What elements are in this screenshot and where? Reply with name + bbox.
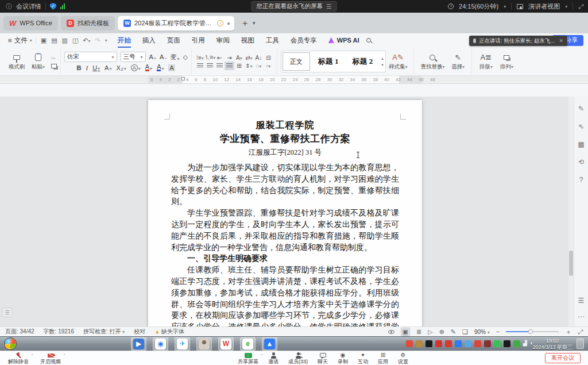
doc-warning-icon[interactable]: ! — [217, 20, 223, 26]
styles-up-icon[interactable]: ▴ — [381, 56, 384, 61]
tab-docer-templates[interactable]: D 找稻壳模板 — [61, 16, 115, 30]
qq-icon[interactable] — [504, 340, 510, 347]
start-button[interactable] — [4, 337, 17, 350]
meeting-control-interact[interactable]: ✦互动 — [358, 352, 368, 364]
styles-down-icon[interactable]: ▾ — [381, 63, 384, 67]
meeting-details-link[interactable]: 会议详情 — [16, 2, 41, 11]
fu-icon[interactable] — [445, 340, 452, 347]
taskbar-clock[interactable]: 19:02 2024/3/13 星期三 — [532, 338, 572, 350]
meeting-control-record[interactable]: ◉录制 — [338, 352, 348, 364]
bold-button[interactable]: B — [77, 64, 82, 71]
network-icon[interactable]: ▟ — [523, 340, 527, 347]
zoom-slider-handle[interactable] — [528, 329, 533, 334]
document-page[interactable]: 服装工程学院 学业预警、重修帮扶工作方案 江服服工字[2022] 31 号 为进… — [148, 100, 422, 326]
typeset-button[interactable]: A≣ 排版▾ — [475, 53, 496, 71]
paste-button[interactable]: 粘贴▾ — [28, 53, 49, 71]
page-indicator[interactable]: 页面: 34/42 — [5, 328, 34, 336]
arrange-button[interactable]: 排列▾ — [496, 53, 517, 71]
menu-tools[interactable]: 工具 — [260, 35, 285, 46]
strikethrough-button[interactable]: A▾ — [105, 64, 111, 71]
doc-paragraph[interactable]: 任课教师、班主任、辅导员要帮助学生树立正确的学习目标端正学习态度，对学生强调并讲… — [171, 264, 399, 326]
proofread-button[interactable]: 校对 — [134, 328, 145, 336]
taskbar-app-lanhu[interactable]: ▲ — [262, 337, 277, 351]
close-icon[interactable]: ✕ — [559, 38, 563, 44]
style-heading2[interactable]: 标题 2 — [346, 51, 380, 72]
undo-icon[interactable]: ↶▾ — [83, 37, 90, 44]
fit-page-icon[interactable]: ❏ — [462, 328, 468, 336]
shading-button[interactable]: ◌▾ — [256, 63, 261, 69]
clear-format-icon[interactable]: ◇ — [183, 53, 187, 61]
meeting-control-apps[interactable]: ⊞应用 — [378, 352, 388, 364]
search-icon[interactable] — [366, 38, 371, 43]
font-name-select[interactable]: 仿宋▾ — [64, 52, 117, 62]
underline-button[interactable]: U▾ — [92, 64, 100, 71]
print-preview-icon[interactable]: ◫ — [72, 37, 78, 44]
meeting-control-chat[interactable]: ⋯聊天 — [318, 352, 328, 364]
menu-member[interactable]: 会员专享 — [285, 35, 323, 46]
print-icon[interactable]: ▥ — [62, 37, 68, 44]
menu-page[interactable]: 页面 — [161, 35, 186, 46]
decrease-indent-button[interactable]: ⇤ — [217, 55, 222, 61]
doc-paragraph[interactable]: 为进一步加强学风建设，切实体现以学生为本的教育思想，发挥学校、家长、学生三方联动… — [171, 162, 399, 208]
camera-icon[interactable] — [416, 340, 423, 347]
browser-e-icon[interactable] — [513, 340, 520, 347]
menu-reference[interactable]: 引用 — [186, 35, 211, 46]
web-view-icon[interactable]: ⊕ — [439, 328, 444, 336]
meeting-duration[interactable]: 24:15(60分钟) — [459, 2, 498, 11]
increase-font-button[interactable]: A+ — [149, 53, 156, 60]
meeting-control-invite[interactable]: 邀请 — [268, 352, 278, 364]
menu-review[interactable]: 审阅 — [211, 35, 235, 46]
word-count[interactable]: 字数: 19216 — [44, 328, 74, 336]
fullscreen-icon[interactable]: ⤢ — [578, 328, 583, 336]
bullet-list-button[interactable]: ⁝≡▾ — [196, 55, 204, 61]
char-shading-button[interactable]: A — [168, 64, 175, 71]
wps-ai-button[interactable]: WPS AI — [328, 37, 359, 44]
taskbar-app-tencent-meeting[interactable]: ◉ — [153, 337, 168, 351]
tab-list-chevron-icon[interactable]: ▾ — [253, 20, 256, 26]
new-tab-button[interactable]: ＋ — [237, 18, 253, 29]
help-icon[interactable]: ? — [579, 176, 583, 184]
find-replace-button[interactable]: 查找替换▾ — [417, 53, 447, 71]
taskbar-app-messenger-bird[interactable]: ✈ — [175, 337, 190, 351]
decrease-font-button[interactable]: A− — [160, 53, 167, 60]
char-scale-button[interactable]: A▾ — [236, 55, 242, 61]
file-menu[interactable]: ≡ 文件 ▾ — [5, 36, 36, 45]
line-spacing-button[interactable]: ⇕▾ — [245, 63, 252, 69]
meeting-control-mic[interactable]: 解除静音⌃ — [8, 352, 29, 364]
indent-marker[interactable] — [181, 77, 185, 80]
tab-close-icon[interactable]: ● — [227, 20, 230, 26]
horizontal-ruler[interactable]: 6422468101214161820222426283032343638404… — [0, 76, 588, 84]
quick-toolbar-button[interactable]: ☰ — [2, 308, 13, 317]
alert-red-icon[interactable] — [474, 340, 481, 347]
cut-icon[interactable]: ✂ — [51, 55, 57, 62]
toolbar-options-icon[interactable]: ▾ — [105, 38, 107, 43]
font-size-select[interactable]: 三号▾ — [121, 52, 146, 62]
chevron-up-icon[interactable]: ⌃ — [63, 353, 66, 359]
font-color-button[interactable]: A▾ — [157, 64, 164, 71]
fullscreen-icon[interactable]: ⤢ — [578, 3, 582, 10]
chevron-up-icon[interactable]: ⌃ — [260, 353, 264, 359]
meeting-control-members[interactable]: 成员(33) — [288, 352, 308, 364]
missing-font-warning[interactable]: ▲ 缺失字体 — [154, 328, 184, 336]
redo-icon[interactable]: ↷ — [95, 37, 100, 44]
green-ball-icon[interactable] — [494, 340, 501, 347]
style-heading1[interactable]: 标题 1 — [311, 51, 346, 72]
align-justify-button[interactable] — [226, 63, 233, 68]
text-direction-button[interactable]: ⇄▾ — [245, 55, 252, 61]
leave-meeting-button[interactable]: 离开会议 — [545, 353, 581, 363]
show-marks-button[interactable]: ⊟ — [266, 55, 270, 61]
meeting-control-share[interactable]: ↑共享屏幕⌃ — [238, 352, 258, 364]
zoom-percent[interactable]: 90% ▾ — [474, 329, 490, 335]
chevron-up-icon[interactable]: ⌃ — [30, 353, 34, 359]
speaking-toast[interactable]: 正在讲话: 熊佳乐家长; 赵永飞... ✕ — [469, 36, 567, 46]
select-button[interactable]: ⇖ 选择▾ — [447, 53, 468, 71]
view-mode-selector[interactable]: 演讲者视图 — [528, 2, 560, 11]
history-icon[interactable]: ⟲ — [578, 158, 584, 166]
menu-view[interactable]: 视图 — [235, 35, 260, 46]
style-normal[interactable]: 正文 — [283, 52, 310, 71]
align-left-button[interactable] — [197, 63, 203, 68]
text-effect-button[interactable]: 变▾ — [170, 53, 179, 62]
zoom-out-button[interactable]: − — [496, 328, 500, 335]
highlight-color-button[interactable]: A▾ — [145, 64, 152, 71]
huya-icon[interactable] — [425, 340, 432, 347]
